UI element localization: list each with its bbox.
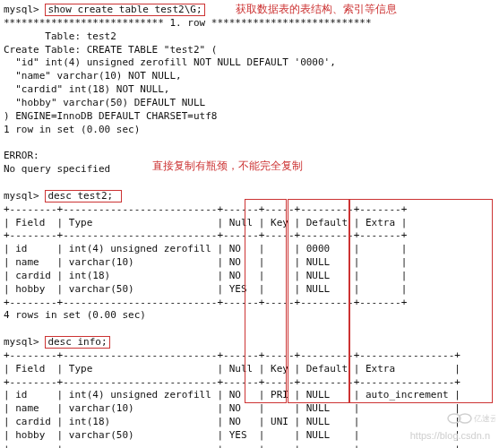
create-line: Create Table: CREATE TABLE "test2" (: [4, 44, 499, 57]
table-row: | hobby | varchar(50) | YES | | NULL | |: [4, 283, 499, 297]
terminal-output: mysql> show create table test2\G; ******…: [4, 4, 499, 448]
result-summary: 4 rows in set (0.00 sec): [4, 309, 499, 323]
table-row: | name | varchar(10) | NO | | NULL | |: [4, 402, 499, 416]
annotation-top: 获取数据表的表结构、索引等信息: [236, 2, 397, 16]
mysql-prompt: mysql>: [4, 190, 39, 202]
table-row: | cardid | int(18) | NO | UNI | NULL | |: [4, 416, 499, 429]
table-border: +--------+--------------------------+---…: [4, 443, 499, 448]
cmd3-text: desc info;: [47, 336, 107, 348]
table-row: | id | int(4) unsigned zerofill | NO | P…: [4, 389, 499, 402]
command-box: desc info;: [45, 336, 109, 349]
command-box: desc test2;: [45, 190, 121, 202]
create-line: "id" int(4) unsigned zerofill NOT NULL D…: [4, 56, 499, 70]
create-line: Table: test2: [4, 30, 499, 44]
table-border: +--------+--------------------------+---…: [4, 376, 499, 390]
row-separator: *************************** 1. row *****…: [4, 17, 499, 30]
table-border: +--------+--------------------------+---…: [4, 229, 499, 243]
table-border: +--------+--------------------------+---…: [4, 349, 499, 363]
cmd2-text: desc test2;: [47, 190, 113, 202]
table-header: | Field | Type | Null | Key | Default | …: [4, 363, 499, 376]
table-row: | id | int(4) unsigned zerofill | NO | |…: [4, 243, 499, 256]
create-line: "cardid" int(18) NOT NULL,: [4, 83, 499, 97]
cmd1-text: show create table test2\G;: [47, 4, 202, 15]
table-border: +--------+--------------------------+---…: [4, 297, 499, 310]
table-row: | cardid | int(18) | NO | | NULL | |: [4, 270, 499, 283]
result-summary: 1 row in set (0.00 sec): [4, 124, 499, 137]
table-row: | hobby | varchar(50) | YES | | NULL | |: [4, 429, 499, 443]
table-border: +--------+--------------------------+---…: [4, 203, 499, 217]
table-header: | Field | Type | Null | Key | Default | …: [4, 217, 499, 230]
table-row: | name | varchar(10) | NO | | NULL | |: [4, 256, 499, 270]
command-box: show create table test2\G;: [45, 4, 204, 16]
mysql-prompt: mysql>: [4, 4, 39, 15]
create-line: "name" varchar(10) NOT NULL,: [4, 70, 499, 83]
mysql-prompt: mysql>: [4, 336, 39, 348]
annotation-mid: 直接复制有瓶颈，不能完全复制: [152, 159, 303, 173]
create-line: ) ENGINE=InnoDB DEFAULT CHARSET=utf8: [4, 110, 499, 124]
create-line: "hobby" varchar(50) DEFAULT NULL: [4, 97, 499, 110]
